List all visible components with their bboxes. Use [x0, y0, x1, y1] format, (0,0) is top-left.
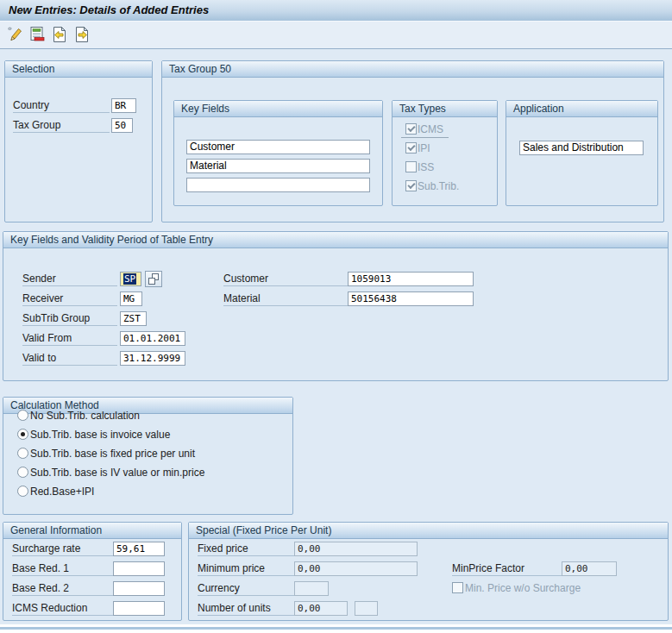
material-label: Material [223, 291, 348, 306]
surcharge-rate-label: Surcharge rate [12, 542, 113, 556]
key-field-3[interactable] [186, 178, 370, 192]
customer-field[interactable]: 1059013 [348, 272, 474, 286]
base-red-1-field[interactable] [113, 561, 165, 576]
validity-group: Key Fields and Validity Period of Table … [3, 231, 669, 381]
page-title: New Entries: Details of Added Entries [0, 0, 672, 16]
valid-to-field[interactable]: 31.12.9999 [120, 351, 185, 366]
minprice-factor-field: 0,00 [562, 561, 617, 576]
icms-reduction-field[interactable] [113, 601, 165, 616]
calc-option-4-label[interactable]: Sub.Trib. base is IV value or min.price [30, 467, 204, 479]
icms-underline [401, 137, 449, 138]
display-change-icon[interactable] [5, 25, 24, 44]
calc-option-1-radio[interactable] [17, 410, 28, 421]
tax-types-header: Tax Types [393, 101, 497, 117]
iss-checkbox [405, 161, 417, 172]
title-bar: New Entries: Details of Added Entries [0, 0, 672, 22]
application-group: Application Sales and Distribution [506, 100, 658, 206]
variable-list-icon[interactable] [28, 25, 47, 44]
subtrib-group-label: SubTrib Group [22, 311, 117, 326]
subtrib-checkbox-label: Sub.Trib. [418, 180, 459, 192]
bottom-divider [0, 627, 672, 630]
minimum-price-label: Minimum price [198, 561, 294, 576]
key-fields-group: Key Fields Customer Material [173, 100, 383, 206]
calc-option-5-radio[interactable] [17, 486, 28, 497]
base-red-2-label: Base Red. 2 [12, 581, 113, 596]
calc-option-1-label[interactable]: No Sub.Trib. calculation [30, 410, 140, 422]
key-field-2[interactable]: Material [186, 159, 370, 173]
fixed-price-field: 0,00 [294, 542, 418, 556]
sender-selected-text: SP [123, 273, 136, 285]
calc-option-2-radio[interactable] [17, 429, 28, 440]
calc-option-3-label[interactable]: Sub.Trib. base is fixed price per unit [30, 448, 195, 460]
general-information-header: General Information [3, 523, 181, 539]
calc-option-2-label[interactable]: Sub.Trib. base is invoice value [30, 429, 170, 441]
receiver-field[interactable]: MG [120, 291, 142, 306]
sender-label: Sender [22, 272, 117, 286]
tax-types-group: Tax Types ICMS IPI ISS Sub.Trib. [392, 100, 498, 206]
ipi-checkbox-label: IPI [418, 142, 430, 154]
receiver-label: Receiver [22, 291, 117, 306]
key-field-1[interactable]: Customer [186, 140, 370, 154]
application-field[interactable]: Sales and Distribution [519, 141, 644, 155]
tax-group-field[interactable]: 50 [111, 118, 133, 133]
next-entry-icon[interactable] [72, 25, 91, 44]
base-red-1-label: Base Red. 1 [12, 561, 113, 576]
special-header: Special (Fixed Price Per Unit) [189, 523, 668, 539]
subtrib-group-field[interactable]: ZST [120, 311, 147, 326]
number-of-units-label: Number of units [198, 601, 294, 616]
calc-option-3-radio[interactable] [17, 448, 28, 459]
sap-window: New Entries: Details of Added Entries [0, 0, 672, 633]
minprice-factor-label: MinPrice Factor [452, 561, 562, 576]
base-red-2-field[interactable] [113, 581, 165, 596]
general-information-group: General Information Surcharge rate 59,61… [3, 522, 182, 621]
min-price-wo-surcharge-checkbox [452, 582, 463, 593]
country-label: Country [13, 98, 110, 113]
country-field[interactable]: BR [111, 98, 136, 113]
tax-group-50-group: Tax Group 50 Key Fields Customer Materia… [161, 60, 664, 222]
number-of-units-field: 0,00 [294, 601, 348, 616]
key-fields-header: Key Fields [174, 101, 382, 117]
application-header: Application [506, 101, 657, 117]
possible-entries-button[interactable] [145, 271, 162, 287]
calc-option-4-radio[interactable] [17, 467, 28, 478]
validity-group-header: Key Fields and Validity Period of Table … [3, 232, 668, 248]
valid-from-field[interactable]: 01.01.2001 [120, 331, 185, 346]
previous-entry-icon[interactable] [50, 25, 69, 44]
icms-checkbox-label: ICMS [418, 123, 443, 135]
special-group: Special (Fixed Price Per Unit) Fixed pri… [188, 522, 669, 621]
icms-checkbox [405, 123, 417, 135]
application-toolbar [0, 22, 672, 49]
calc-option-5-label[interactable]: Red.Base+IPI [30, 486, 94, 498]
valid-to-label: Valid to [22, 351, 117, 366]
surcharge-rate-field[interactable]: 59,61 [113, 542, 165, 556]
tax-group-label: Tax Group [13, 118, 110, 133]
min-price-wo-surcharge-label: Min. Price w/o Surcharge [465, 582, 581, 594]
selection-group-header: Selection [5, 61, 152, 78]
currency-label: Currency [198, 581, 294, 596]
iss-checkbox-label: ISS [418, 161, 434, 173]
icms-reduction-label: ICMS Reduction [12, 601, 113, 616]
sender-field[interactable]: SP [120, 272, 141, 286]
fixed-price-label: Fixed price [198, 542, 294, 556]
minimum-price-field: 0,00 [294, 561, 418, 576]
valid-from-label: Valid From [22, 331, 117, 346]
selection-group: Selection Country BR Tax Group 50 [4, 60, 153, 222]
subtrib-checkbox [405, 180, 417, 191]
calculation-method-group: Calculation Method No Sub.Trib. calculat… [3, 397, 293, 515]
tax-group-50-header: Tax Group 50 [162, 61, 663, 78]
material-field[interactable]: 50156438 [348, 291, 474, 306]
number-of-units-unit-field [355, 601, 378, 616]
currency-field [294, 581, 329, 596]
customer-label: Customer [223, 272, 348, 286]
ipi-checkbox [405, 142, 417, 154]
